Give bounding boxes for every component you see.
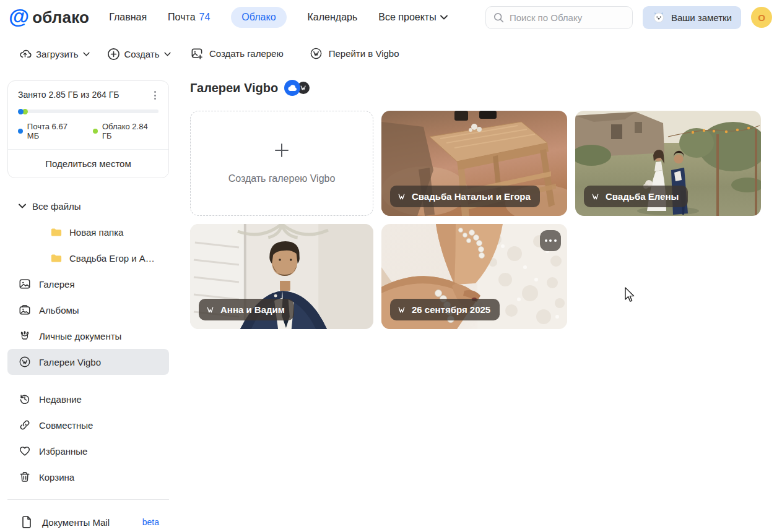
nav-mail[interactable]: Почта74 [168, 12, 210, 23]
dog-mascot-icon [652, 11, 666, 24]
image-plus-icon [190, 47, 203, 60]
folder-label: Свадьба Егор и А… [69, 253, 155, 264]
gallery-title: Свадьба Елены [606, 191, 679, 202]
go-to-vigbo-label: Перейти в Vigbo [329, 48, 399, 59]
cloud-upload-icon [19, 48, 32, 61]
sidebar-item-vigbo-galleries[interactable]: Галереи Vigbo [7, 349, 169, 375]
nav-home[interactable]: Главная [109, 12, 147, 23]
header-right: Ваши заметки O [485, 6, 772, 29]
sidebar-folder-new[interactable]: Новая папка [0, 219, 176, 245]
sidebar-item-shared[interactable]: Совместные [7, 412, 169, 438]
plus-icon [274, 142, 290, 158]
create-button[interactable]: Создать [107, 48, 171, 61]
vigbo-icon [19, 356, 31, 368]
mailru-at-icon: @ [9, 6, 29, 27]
gallery-grid: Создать галерею Vigbo [190, 111, 782, 329]
folder-icon [51, 228, 62, 237]
sidebar-item-mail-documents[interactable]: Документы Mail beta [0, 509, 176, 532]
vigbo-icon [310, 47, 323, 60]
gallery-card[interactable]: Свадьба Натальи и Егора [381, 111, 567, 216]
your-notes-button[interactable]: Ваши заметки [643, 6, 741, 29]
cloud-app: @ облако Главная Почта74 Облако Календар… [0, 0, 782, 532]
history-icon [19, 393, 31, 405]
user-avatar[interactable]: O [751, 7, 772, 28]
link-icon [19, 419, 31, 431]
sidebar-item-label: Корзина [39, 472, 74, 483]
sidebar-actions: Загрузить Создать [0, 35, 176, 63]
gallery-card[interactable]: Анна и Вадим [190, 224, 373, 329]
gallery-icon [19, 278, 31, 290]
sidebar-item-label: Галереи Vigbo [39, 357, 101, 367]
heart-icon [19, 445, 31, 457]
personal-documents-icon [19, 330, 31, 342]
gallery-card[interactable]: 26 сентября 2025 [381, 224, 567, 329]
vigbo-icon [591, 192, 600, 201]
sidebar-item-label: Совместные [39, 420, 93, 431]
create-gallery-button[interactable]: Создать галерею [190, 47, 284, 60]
storage-quota-card: Занято 2.85 ГБ из 264 ГБ Почта 6.67 МБ О… [7, 80, 169, 178]
sidebar-secondary-group: Недавние Совместные Избранные Корзина [0, 386, 176, 490]
create-gallery-card[interactable]: Создать галерею Vigbo [190, 111, 373, 216]
document-icon [21, 516, 32, 528]
sidebar-item-personal-documents[interactable]: Личные документы [7, 323, 169, 349]
gallery-label-pill: Свадьба Натальи и Егора [390, 186, 540, 207]
cloud-usage-label: Облако 2.84 ГБ [102, 122, 159, 140]
go-to-vigbo-button[interactable]: Перейти в Vigbo [310, 47, 399, 60]
mailru-cloud-logo[interactable]: @ облако [9, 8, 89, 27]
page-title: Галереи Vigbo [190, 81, 278, 95]
create-label: Создать [124, 49, 160, 59]
page-title-row: Галереи Vigbo [176, 60, 782, 96]
gallery-label-pill: Анна и Вадим [199, 299, 294, 320]
storage-legend: Почта 6.67 МБ Облако 2.84 ГБ [18, 122, 159, 140]
mail-usage-label: Почта 6.67 МБ [27, 122, 80, 140]
nav-cloud-active[interactable]: Облако [231, 7, 286, 28]
mail-unread-count: 74 [199, 12, 211, 23]
sidebar-item-label: Альбомы [39, 305, 79, 315]
sidebar-item-gallery[interactable]: Галерея [7, 271, 169, 297]
vigbo-icon [398, 192, 406, 201]
sidebar-item-label: Недавние [39, 394, 82, 405]
create-gallery-label: Создать галерею [209, 48, 284, 59]
gallery-title: 26 сентября 2025 [412, 304, 490, 315]
vigbo-icon [206, 306, 215, 314]
sidebar-item-label: Избранные [39, 446, 87, 457]
storage-usage-text: Занято 2.85 ГБ из 264 ГБ [18, 90, 119, 100]
gallery-label-pill: Свадьба Елены [584, 186, 688, 207]
cloud-legend-dot [93, 129, 98, 134]
chevron-down-icon [440, 15, 448, 20]
gallery-card[interactable]: Свадьба Елены [575, 111, 761, 216]
sidebar-folder-wedding[interactable]: Свадьба Егор и А… [0, 245, 176, 271]
chevron-down-icon [83, 52, 90, 56]
sidebar-item-trash[interactable]: Корзина [7, 464, 169, 490]
sidebar-divider [7, 499, 169, 500]
sidebar-item-recent[interactable]: Недавние [7, 386, 169, 412]
vigbo-icon [398, 306, 406, 314]
chevron-down-icon[interactable] [19, 204, 26, 208]
nav-all-projects[interactable]: Все проекты [378, 12, 447, 23]
storage-menu-button[interactable] [152, 90, 159, 101]
beta-badge: beta [142, 517, 159, 527]
trash-icon [19, 471, 31, 483]
sidebar-item-all-files[interactable]: Все файлы [0, 193, 176, 219]
service-badges [284, 80, 311, 96]
create-card-label: Создать галерею Vigbo [228, 173, 336, 184]
gallery-more-button[interactable] [540, 230, 561, 251]
search-input[interactable] [510, 12, 625, 23]
upload-button[interactable]: Загрузить [19, 48, 90, 61]
search-box[interactable] [485, 6, 633, 29]
top-bar: @ облако Главная Почта74 Облако Календар… [0, 0, 782, 35]
sidebar: Загрузить Создать Занято 2.85 ГБ из 264 … [0, 35, 176, 532]
folder-icon [51, 254, 62, 263]
gallery-title: Свадьба Натальи и Егора [412, 191, 531, 202]
sidebar-item-label: Галерея [39, 279, 75, 290]
sidebar-item-favorites[interactable]: Избранные [7, 438, 169, 464]
sidebar-item-label: Личные документы [39, 331, 121, 341]
albums-icon [19, 304, 31, 316]
mail-legend-dot [18, 129, 23, 134]
share-space-button[interactable]: Поделиться местом [8, 149, 168, 178]
nav-calendar[interactable]: Календарь [308, 12, 358, 23]
sidebar-item-albums[interactable]: Альбомы [7, 297, 169, 323]
folder-label: Новая папка [69, 227, 123, 238]
main-content: Создать галерею Перейти в Vigbo Галереи … [176, 35, 782, 329]
upload-label: Загрузить [36, 49, 79, 59]
